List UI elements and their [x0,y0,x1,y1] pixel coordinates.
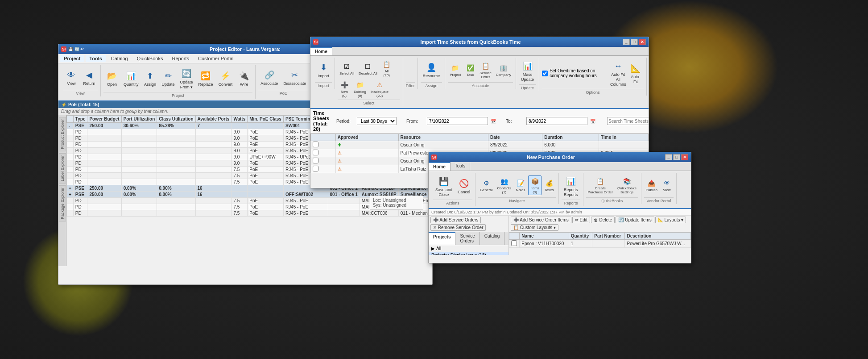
period-select[interactable]: Last 30 Days [357,117,397,125]
package-explorer-tab[interactable]: Package Explorer [59,185,66,221]
po-layouts-button[interactable]: 📐 Layouts ▾ [655,217,686,223]
po-projects-tab[interactable]: Projects [429,232,455,245]
open-button[interactable]: 📂 Open [103,68,120,88]
po-col-desc[interactable]: Description [625,232,691,239]
return-button[interactable]: ◀ Return [81,67,98,88]
ts-deselect-all-button[interactable]: ☐ Deselect All [357,61,379,76]
col-type[interactable]: Type [73,115,87,122]
po-col-part[interactable]: Part Number [592,232,625,239]
po-service-orders-tab[interactable]: Service Orders [455,232,479,245]
row-expand[interactable]: - [67,122,74,129]
ts-new-button[interactable]: ➕ New(0) [338,79,351,99]
update-from-button[interactable]: 🔄 UpdateFrom ▾ [178,66,195,91]
po-publish-button[interactable]: 📤 Publish [644,177,659,193]
po-summary-tab[interactable]: Summary [504,232,509,245]
po-save-close-button[interactable]: 💾 Save andClose [433,174,455,199]
po-minimize-button[interactable]: _ [665,154,672,160]
ts-all-button[interactable]: 📋 All(20) [380,58,393,78]
table-row[interactable]: Epson : V11H700020 1 PowerLite Pro G6570… [509,239,691,247]
wire-button[interactable]: 🔌 Wire [236,68,252,88]
ts-maximize-button[interactable]: □ [631,39,638,45]
ts-auto-fit-all-button[interactable]: ↔ Auto Fit AllColumns [610,58,627,88]
ts-col-timein[interactable]: Time In [599,134,649,141]
po-col-name[interactable]: Name [520,232,569,239]
po-home-tab[interactable]: Home [429,162,451,171]
po-notes-button[interactable]: 📝 Notes [514,177,527,193]
menu-project[interactable]: Project [60,55,84,62]
ts-close-button[interactable]: ✕ [639,39,646,45]
ts-resource-button[interactable]: 👤 Resource [421,60,442,80]
associate-button[interactable]: 🔗 Associate [258,67,280,88]
update-button[interactable]: ✏ Update [160,68,177,88]
ts-project-button[interactable]: 📁 Project [448,62,463,78]
ts-service-order-button[interactable]: 📋 ServiceOrder [478,60,493,80]
search-input[interactable] [608,119,649,124]
po-general-button[interactable]: ⚙ General [478,177,494,193]
po-maximize-button[interactable]: □ [673,154,680,160]
ts-select-all-button[interactable]: ☑ Select All [338,61,356,76]
po-col-qty[interactable]: Quantity [569,232,592,239]
po-view-button[interactable]: 👁 View [660,177,674,193]
po-delete-button[interactable]: 🗑 Delete [591,217,615,223]
disassociate-button[interactable]: ✂ Disassociate [281,67,308,88]
ts-inadequate-button[interactable]: ⚠ Inadequate(20) [369,79,390,99]
to-input[interactable] [526,117,587,125]
po-close-button[interactable]: ✕ [681,154,688,160]
po-tools-tab[interactable]: Tools [451,162,470,171]
table-row[interactable]: ✚ Oscar Oring 8/9/2022 6.000 [311,141,649,149]
po-contacts-button[interactable]: 👥 Contacts(1) [496,175,513,195]
to-calendar-icon[interactable]: 📅 [590,119,595,124]
ts-mass-update-button[interactable]: 📊 MassUpdate [519,58,536,83]
from-calendar-icon[interactable]: 📅 [491,119,496,124]
po-reports-button[interactable]: 📊 ReportsReports [562,174,580,199]
ts-company-button[interactable]: 🏢 Company [494,62,513,78]
add-service-orders-button[interactable]: ➕ Add Service Orders [430,217,481,223]
menu-catalog[interactable]: Catalog [107,55,132,62]
ts-row-check[interactable] [313,166,318,171]
ts-col-approved[interactable]: Approved [335,134,398,141]
ts-home-tab[interactable]: Home [310,47,332,55]
po-catalog-tab[interactable]: Catalog [480,232,504,245]
menu-quickbooks[interactable]: QuickBooks [133,55,167,62]
remove-service-order-button[interactable]: ✕ Remove Service Order [430,224,486,231]
po-add-items-button[interactable]: ➕ Add Service Order Items [511,217,571,223]
ts-col-duration[interactable]: Duration [542,134,599,141]
from-input[interactable] [427,117,488,125]
menu-reports[interactable]: Reports [168,55,193,62]
convert-button[interactable]: ⚡ Convert [216,68,235,88]
ts-minimize-button[interactable]: _ [623,39,630,45]
assign-button[interactable]: ⬆ Assign [142,68,159,88]
col-power-budget[interactable]: Power Budget [87,115,121,122]
ts-col-resource[interactable]: Resource [398,134,488,141]
po-tree-item-projector[interactable]: Projector Display Issue (18) [429,252,508,255]
ts-col-date[interactable]: Date [488,134,542,141]
view-button[interactable]: 👁 View [63,67,80,88]
po-cancel-button[interactable]: 🚫 Cancel [455,176,472,196]
ts-auto-fit-button[interactable]: 📐 Auto-Fit [628,61,644,86]
po-tree-item-all[interactable]: ▶ All [429,245,508,252]
po-row-check[interactable] [511,240,517,246]
product-explorer-tab[interactable]: Product Explorer [59,117,66,151]
col-avail-ports[interactable]: Available Ports [195,115,231,122]
col-watts[interactable]: Watts [231,115,248,122]
ts-row-check[interactable] [313,142,318,147]
menu-customer-portal[interactable]: Customer Portal [194,55,237,62]
replace-button[interactable]: 🔁 Replace [196,68,215,88]
po-items-button[interactable]: 📦 Items(3) [528,175,541,195]
po-taxes-button[interactable]: 💰 Taxes [542,177,556,193]
po-qb-settings-button[interactable]: 📚 QuickBooksSettings [616,175,638,195]
po-edit-button[interactable]: ✏ Edit [572,217,590,223]
po-update-items-button[interactable]: 🔄 Update Items [616,217,654,223]
overtime-checkbox[interactable] [542,71,548,76]
ts-task-button[interactable]: ✅ Task [463,62,477,78]
menu-tools[interactable]: Tools [86,55,106,62]
ts-existing-button[interactable]: 📁 Existing(0) [352,79,368,99]
po-create-po-button[interactable]: 📋 CreatePurchase Order [586,175,615,195]
ts-import-button[interactable]: ⬇ Import [315,60,332,80]
col-port-util[interactable]: Port Utilization [121,115,157,122]
table-row[interactable]: PD 7.5PoERJ45 - PoE MAI:CCT006011 - Mech… [67,210,433,216]
col-class-util[interactable]: Class Utilization [157,115,195,122]
col-min-poe[interactable]: Min. PoE Class [248,115,284,122]
ts-row-check[interactable] [313,158,318,163]
quantity-button[interactable]: 📊 Quantity [121,68,141,88]
